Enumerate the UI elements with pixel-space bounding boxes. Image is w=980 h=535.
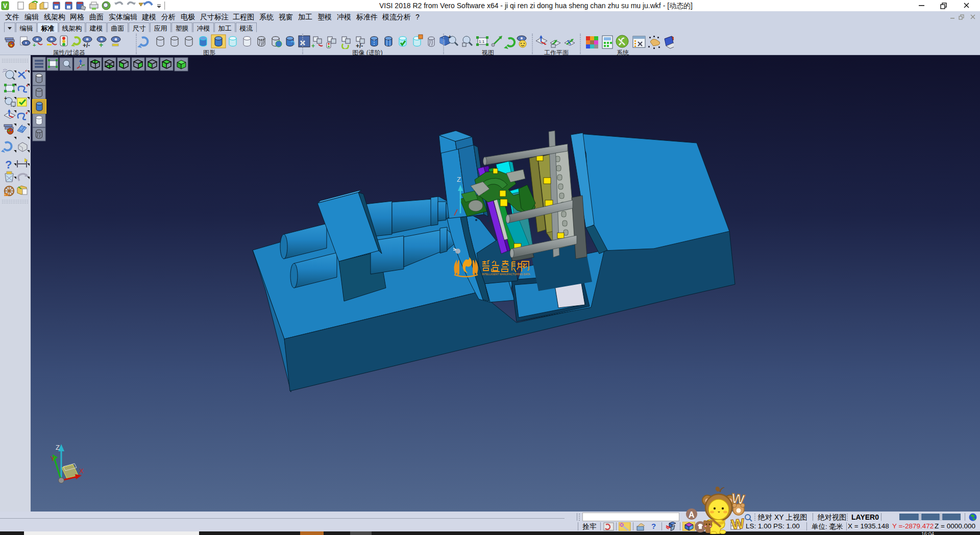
svg-text:V: V [3,3,7,10]
svg-text:Z: Z [56,444,60,451]
svg-text:+: + [311,42,315,49]
svg-text:W: W [731,516,746,532]
svg-text:+/-: +/- [83,42,90,49]
svg-text:Z: Z [457,176,461,183]
svg-text:Y: Y [51,455,55,463]
svg-text:A: A [689,510,695,519]
svg-text:X: X [79,467,84,475]
svg-text:1:1: 1:1 [479,39,485,44]
svg-text:+: + [33,42,36,48]
svg-text:+: + [99,41,103,49]
svg-text:INTELLIGENT MANUFACTURING DATA: INTELLIGENT MANUFACTURING DATA [482,273,530,276]
svg-text:?: ? [5,158,12,171]
svg-text:+: + [448,34,451,40]
svg-text:+: + [4,95,7,101]
